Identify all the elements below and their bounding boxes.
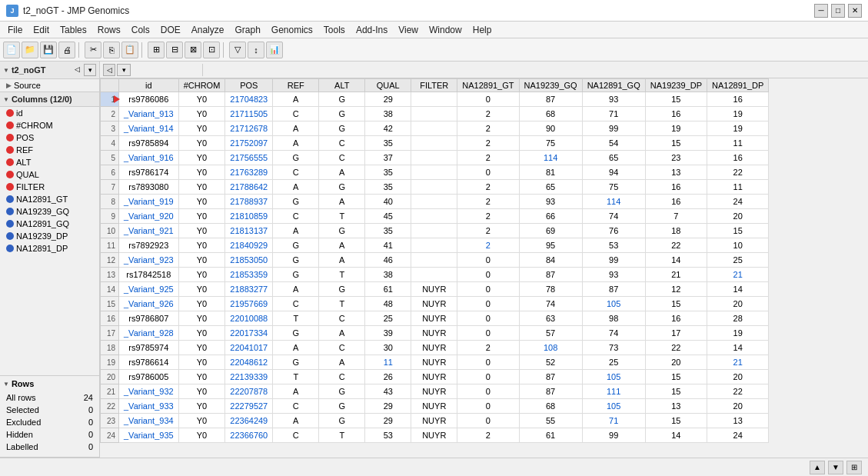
col-alt[interactable]: ALT (0, 156, 99, 168)
table-row[interactable]: 16rs9786807Y022010088TC25NUYR063981628 (101, 311, 769, 326)
columns-header[interactable]: ▼ Columns (12/0) (0, 92, 99, 107)
menu-file[interactable]: File (3, 23, 27, 37)
table-btn3[interactable]: ⊠ (185, 42, 201, 58)
menu-genomics[interactable]: Genomics (267, 23, 318, 37)
menu-tables[interactable]: Tables (55, 23, 91, 37)
filter-btn[interactable]: ▽ (229, 42, 246, 58)
table-row[interactable]: 5_Variant_916Y021756555GC372114652316 (101, 151, 769, 165)
col-chrom[interactable]: #CHROM (0, 119, 99, 131)
table-row[interactable]: 22_Variant_933Y022279527CG29NUYR06810513… (101, 399, 769, 414)
table-row[interactable]: 15_Variant_926Y021957669CT48NUYR07410515… (101, 297, 769, 311)
menu-rows[interactable]: Rows (93, 23, 125, 37)
table-row[interactable]: 7rs7893080Y021788642AG35265751611 (101, 180, 769, 195)
triangle-icon: ▼ (3, 67, 9, 74)
table-row[interactable]: 12_Variant_923Y021853050GA46084991425 (101, 253, 769, 268)
col-pos[interactable]: POS (0, 131, 99, 144)
menu-analyze[interactable]: Analyze (187, 23, 229, 37)
data-cell: 21840929 (225, 238, 273, 253)
window-icon-btn[interactable]: ⊞ (846, 461, 862, 474)
data-cell: 11 (707, 136, 769, 151)
data-cell: G (273, 268, 319, 282)
col-header-qual[interactable]: QUAL (365, 79, 411, 92)
paste-button[interactable]: 📋 (121, 42, 138, 58)
col-header-chrom[interactable]: #CHROM (178, 79, 225, 92)
print-button[interactable]: 🖨 (58, 42, 75, 58)
col-header-gt[interactable]: NA12891_GT (457, 79, 519, 92)
table-row[interactable]: 17_Variant_928Y022017334GA39NUYR05774171… (101, 326, 769, 341)
col-header-dp1[interactable]: NA19239_DP (645, 79, 707, 92)
copy-button[interactable]: ⎘ (103, 42, 120, 58)
close-button[interactable]: ✕ (848, 4, 862, 18)
table-row[interactable]: 10_Variant_921Y021813137AG35269761815 (101, 224, 769, 238)
col-header-pos[interactable]: POS (225, 79, 273, 92)
table-row[interactable]: 18rs9785974Y022041017AC30NUYR2108732214 (101, 341, 769, 355)
col-header-alt[interactable]: ALT (319, 79, 365, 92)
scroll-down-btn[interactable]: ▼ (828, 461, 843, 474)
col-id[interactable]: id (0, 107, 99, 119)
menu-view[interactable]: View (394, 23, 423, 37)
menu-doe[interactable]: DOE (156, 23, 185, 37)
menu-help[interactable]: Help (468, 23, 497, 37)
col-header-filter[interactable]: FILTER (411, 79, 457, 92)
source-item[interactable]: ▶ Source (0, 79, 99, 92)
nav-dropdown-btn[interactable]: ▾ (84, 64, 96, 76)
minimize-button[interactable]: ─ (814, 4, 828, 18)
table-name-header[interactable]: ▼ t2_noGT ◁ ▾ (0, 62, 99, 79)
cut-button[interactable]: ✂ (85, 42, 101, 58)
col-header-id[interactable]: id (119, 79, 179, 92)
col-header-ref[interactable]: REF (273, 79, 319, 92)
table-row[interactable]: 11rs7892923Y021840929GA41295532210 (101, 238, 769, 253)
open-button[interactable]: 📁 (22, 42, 38, 58)
data-cell: 65 (582, 151, 645, 165)
menu-window[interactable]: Window (424, 23, 467, 37)
data-cell: A (273, 384, 319, 399)
data-cell: 22041017 (225, 341, 273, 355)
data-table-wrapper[interactable]: id #CHROM POS REF ALT QUAL FILTER NA1289… (100, 78, 868, 458)
menu-edit[interactable]: Edit (28, 23, 54, 37)
col-header-gq1[interactable]: NA19239_GQ (519, 79, 582, 92)
table-row[interactable]: 8_Variant_919Y021788937GA402931141624 (101, 195, 769, 209)
table-row[interactable]: 9_Variant_920Y021810859CT4526674720 (101, 209, 769, 224)
new-button[interactable]: 📄 (3, 42, 20, 58)
row-select-dropdown[interactable]: ▾ (117, 64, 131, 76)
table-row[interactable]: 6rs9786174Y021763289CA35081941322 (101, 165, 769, 180)
table-btn1[interactable]: ⊞ (148, 42, 165, 58)
col-dp1[interactable]: NA19239_DP (0, 230, 99, 242)
col-gq2[interactable]: NA12891_GQ (0, 218, 99, 230)
menu-graph[interactable]: Graph (230, 23, 264, 37)
data-cell: 14 (645, 253, 707, 268)
menu-cols[interactable]: Cols (127, 23, 155, 37)
menu-tools[interactable]: Tools (319, 23, 350, 37)
data-cell: 22139339 (225, 370, 273, 384)
table-row[interactable]: 24_Variant_935Y022366760CT53NUYR26199142… (101, 428, 769, 443)
table-btn2[interactable]: ⊟ (166, 42, 183, 58)
data-cell: 2 (457, 238, 519, 253)
col-filter[interactable]: FILTER (0, 181, 99, 193)
save-button[interactable]: 💾 (40, 42, 57, 58)
table-row[interactable]: 23_Variant_934Y022364249AG29NUYR05571151… (101, 414, 769, 428)
table-row[interactable]: 3_Variant_914Y021712678AG42290991919 (101, 121, 769, 136)
col-ref[interactable]: REF (0, 144, 99, 156)
scroll-up-btn[interactable]: ▲ (810, 461, 825, 474)
table-row[interactable]: 4rs9785894Y021752097AC35275541511 (101, 136, 769, 151)
sort-btn[interactable]: ↕ (248, 42, 264, 58)
col-dp2[interactable]: NA12891_DP (0, 242, 99, 255)
col-gt[interactable]: NA12891_GT (0, 193, 99, 205)
chart-btn[interactable]: 📊 (266, 42, 283, 58)
nav-left-btn[interactable]: ◁ (72, 64, 82, 75)
table-row[interactable]: 21_Variant_932Y022207878AG43NUYR08711115… (101, 384, 769, 399)
col-header-dp2[interactable]: NA12891_DP (707, 79, 769, 92)
table-row[interactable]: 19rs9786614Y022048612GA11NUYR052252021 (101, 355, 769, 370)
col-gq1[interactable]: NA19239_GQ (0, 205, 99, 218)
table-row[interactable]: 1rs9786086Y021704823AG29087931516 (101, 92, 769, 107)
table-btn4[interactable]: ⊡ (203, 42, 220, 58)
col-qual[interactable]: QUAL (0, 168, 99, 181)
nav-back-btn[interactable]: ◁ (103, 64, 115, 76)
table-row[interactable]: 20rs9786005Y022139339TC26NUYR0871051520 (101, 370, 769, 384)
col-header-gq2[interactable]: NA12891_GQ (582, 79, 645, 92)
maximize-button[interactable]: □ (831, 4, 845, 18)
table-row[interactable]: 13rs17842518Y021853359GT38087932121 (101, 268, 769, 282)
table-row[interactable]: 14_Variant_925Y021883277AG61NUYR07887121… (101, 282, 769, 297)
table-row[interactable]: 2_Variant_913Y021711505CG38268711619 (101, 107, 769, 121)
menu-addins[interactable]: Add-Ins (351, 23, 392, 37)
